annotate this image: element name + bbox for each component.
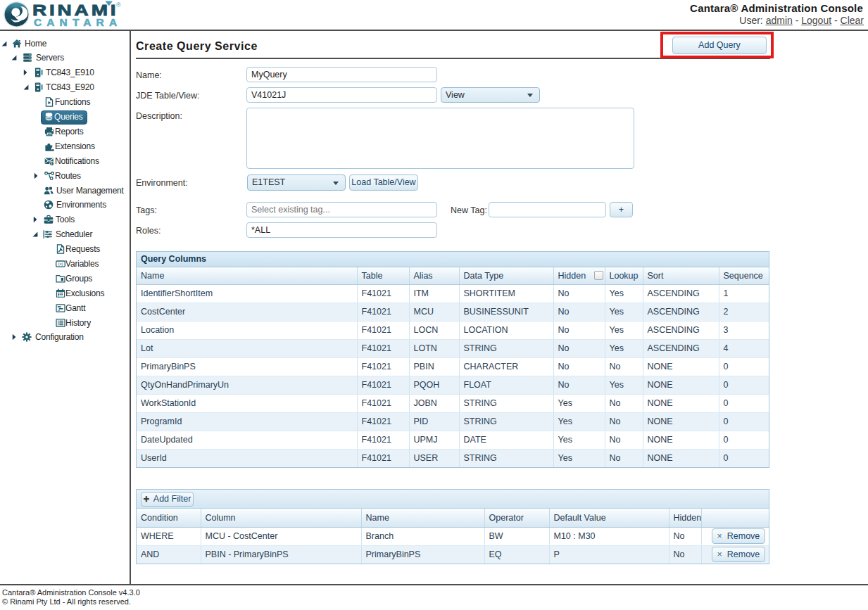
svg-text:(x): (x) bbox=[58, 261, 63, 266]
